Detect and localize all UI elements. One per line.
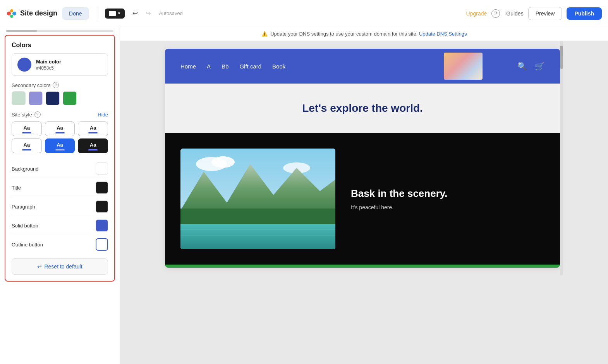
colors-panel-title: Colors xyxy=(12,42,108,49)
style-option-4[interactable]: Aa xyxy=(12,138,42,153)
nav-home[interactable]: Home xyxy=(180,63,196,70)
reset-icon: ↩ xyxy=(37,263,42,270)
site-logo-image-inner xyxy=(444,53,483,80)
style-option-3-line xyxy=(88,132,98,133)
logo-icon xyxy=(6,8,17,19)
site-style-hide-button[interactable]: Hide xyxy=(98,112,108,118)
site-style-left: Site style ? xyxy=(12,111,41,118)
dns-banner: ⚠️ Update your DNS settings to use your … xyxy=(120,27,608,41)
color-setting-solid-button: Solid button xyxy=(12,216,108,235)
preview-scroll-track xyxy=(560,41,563,275)
outline-button-label: Outline button xyxy=(12,242,43,248)
site-header: Home A Bb Gift card Book 🔍 🛒 xyxy=(165,49,560,84)
site-dark-text: Bask in the scenery. It's peaceful here. xyxy=(351,188,448,210)
mountain-lake-svg xyxy=(180,149,335,249)
dark-section-heading: Bask in the scenery. xyxy=(351,188,448,200)
nav-a[interactable]: A xyxy=(207,63,211,70)
secondary-swatch-2[interactable] xyxy=(29,91,43,105)
color-setting-paragraph: Paragraph xyxy=(12,197,108,216)
secondary-swatch-1[interactable] xyxy=(12,91,26,105)
paragraph-label: Paragraph xyxy=(12,204,35,210)
style-option-6-line xyxy=(88,149,98,150)
device-selector-button[interactable]: ▼ xyxy=(105,9,125,19)
svg-rect-10 xyxy=(180,224,335,249)
site-dark-image xyxy=(180,149,335,249)
help-icon[interactable]: ? xyxy=(491,9,500,18)
preview-button[interactable]: Preview xyxy=(528,7,562,20)
style-option-3[interactable]: Aa xyxy=(78,121,108,136)
svg-point-6 xyxy=(211,156,235,168)
panel-scrollbar xyxy=(0,27,120,32)
style-row-2: Aa Aa Aa xyxy=(12,138,108,153)
style-option-1-text: Aa xyxy=(24,125,30,131)
toolbar-divider xyxy=(97,7,97,21)
site-preview: Home A Bb Gift card Book 🔍 🛒 xyxy=(165,49,560,268)
reset-to-default-button[interactable]: ↩ Reset to default xyxy=(12,258,108,275)
done-button[interactable]: Done xyxy=(62,7,89,20)
secondary-colors-header: Secondary colors ? xyxy=(12,82,108,88)
svg-point-0 xyxy=(7,12,11,15)
upgrade-link[interactable]: Upgrade xyxy=(466,10,487,17)
style-option-2[interactable]: Aa xyxy=(45,121,75,136)
secondary-colors-help-icon[interactable]: ? xyxy=(53,82,59,88)
svg-point-3 xyxy=(10,15,13,18)
svg-rect-9 xyxy=(180,208,335,226)
solid-button-swatch[interactable] xyxy=(96,219,108,232)
main-color-info: Main color #4058c5 xyxy=(36,59,61,71)
background-swatch[interactable] xyxy=(96,162,108,175)
paragraph-swatch[interactable] xyxy=(96,200,108,213)
style-option-4-line xyxy=(22,149,31,150)
autosaved-status: Autosaved xyxy=(159,10,182,16)
dns-settings-link[interactable]: Update DNS Settings xyxy=(419,31,467,37)
left-panel: Colors Main color #4058c5 Secondary colo… xyxy=(0,27,120,364)
cart-icon[interactable]: 🛒 xyxy=(535,62,544,71)
style-option-1[interactable]: Aa xyxy=(12,121,42,136)
guides-link[interactable]: Guides xyxy=(506,10,523,17)
color-setting-background: Background xyxy=(12,159,108,178)
background-label: Background xyxy=(12,166,38,172)
secondary-swatch-4[interactable] xyxy=(63,91,77,105)
main-color-hex: #4058c5 xyxy=(36,65,61,71)
style-option-6[interactable]: Aa xyxy=(78,138,108,153)
undo-redo-group: ↩ ↪ xyxy=(129,7,154,20)
scrollbar-track xyxy=(6,30,113,32)
canvas-area: ⚠️ Update your DNS settings to use your … xyxy=(120,27,608,364)
app-logo: Site design xyxy=(6,8,57,19)
nav-book[interactable]: Book xyxy=(272,63,285,70)
app-title: Site design xyxy=(20,9,57,17)
site-hero: Let's explore the world. xyxy=(165,84,560,133)
nav-gift-card[interactable]: Gift card xyxy=(239,63,261,70)
style-option-6-text: Aa xyxy=(90,142,96,148)
color-settings: Background Title Paragraph Solid button … xyxy=(12,159,108,254)
device-dropdown-arrow: ▼ xyxy=(117,11,121,15)
svg-point-2 xyxy=(12,12,16,15)
site-nav: Home A Bb Gift card Book xyxy=(180,63,285,70)
hero-heading: Let's explore the world. xyxy=(180,102,544,114)
main-color-label: Main color xyxy=(36,59,61,65)
svg-point-1 xyxy=(10,9,13,12)
preview-scroll-thumb[interactable] xyxy=(560,46,563,69)
solid-button-label: Solid button xyxy=(12,223,38,229)
outline-button-swatch[interactable] xyxy=(96,238,108,251)
publish-button[interactable]: Publish xyxy=(567,7,602,20)
search-icon[interactable]: 🔍 xyxy=(517,62,527,71)
style-option-1-line xyxy=(22,132,31,133)
secondary-swatch-3[interactable] xyxy=(46,91,60,105)
title-swatch[interactable] xyxy=(96,181,108,194)
scrollbar-thumb xyxy=(6,30,37,32)
style-options: Aa Aa Aa Aa xyxy=(12,121,108,153)
site-style-help-icon[interactable]: ? xyxy=(34,111,41,118)
redo-button[interactable]: ↪ xyxy=(143,7,154,20)
style-option-5[interactable]: Aa xyxy=(45,138,75,153)
site-dark-section: Bask in the scenery. It's peaceful here. xyxy=(165,133,560,265)
dark-section-subtext: It's peaceful here. xyxy=(351,204,448,210)
undo-button[interactable]: ↩ xyxy=(129,7,141,20)
style-option-5-text: Aa xyxy=(57,142,63,148)
main-color-selector[interactable]: Main color #4058c5 xyxy=(12,53,108,76)
style-option-4-text: Aa xyxy=(24,142,30,148)
site-style-label: Site style xyxy=(12,112,32,118)
main-layout: Colors Main color #4058c5 Secondary colo… xyxy=(0,27,608,364)
site-preview-wrapper: Home A Bb Gift card Book 🔍 🛒 xyxy=(165,41,563,275)
nav-bb[interactable]: Bb xyxy=(222,63,228,70)
style-option-5-line xyxy=(55,149,65,150)
